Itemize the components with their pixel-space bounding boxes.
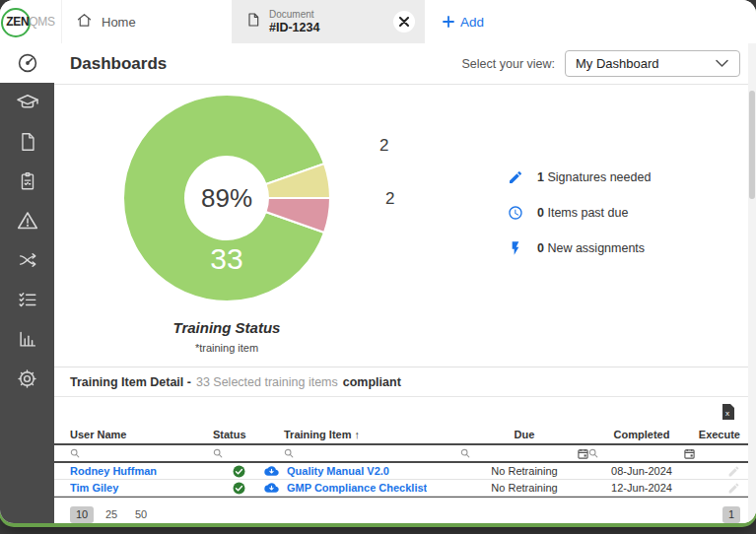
page-header: Dashboards Select your view: My Dashboar… bbox=[54, 43, 756, 85]
export-excel-button[interactable]: x bbox=[719, 402, 738, 422]
page-size-10[interactable]: 10 bbox=[70, 506, 94, 523]
execute-cell bbox=[695, 465, 740, 478]
page-title: Dashboards bbox=[70, 54, 167, 74]
calendar-icon[interactable] bbox=[684, 448, 695, 459]
task-list-icon bbox=[17, 289, 38, 310]
scrollbar-thumb[interactable] bbox=[749, 91, 755, 199]
plus-icon bbox=[443, 16, 454, 28]
tab-home[interactable]: Home bbox=[62, 0, 232, 43]
execute-pencil-icon[interactable] bbox=[727, 465, 740, 478]
add-tab-button[interactable]: Add bbox=[425, 0, 502, 43]
due-cell: No Retraining bbox=[460, 465, 588, 477]
document-tab-kicker: Document bbox=[269, 9, 319, 21]
sidebar-item-dashboards[interactable] bbox=[0, 43, 54, 83]
column-header-due[interactable]: Due bbox=[460, 429, 588, 440]
sort-ascending-icon: ↑ bbox=[355, 429, 361, 440]
top-bar: ZEN QMS Home Document #ID-1234 bbox=[0, 0, 756, 44]
training-item-detail-section: Training Item Detail - 33 Selected train… bbox=[54, 367, 756, 523]
tab-document[interactable]: Document #ID-1234 bbox=[232, 0, 425, 43]
filter-due[interactable] bbox=[460, 448, 588, 459]
status-cell bbox=[213, 465, 264, 478]
stat-count: 0 bbox=[537, 241, 544, 255]
sidebar-item-checklists[interactable] bbox=[0, 162, 54, 201]
sidebar-item-settings[interactable] bbox=[0, 359, 54, 398]
search-icon bbox=[213, 448, 223, 458]
stat-new-assignments[interactable]: 0 New assignments bbox=[508, 240, 651, 256]
stat-count: 0 bbox=[537, 206, 544, 220]
completed-cell: 12-Jun-2024 bbox=[588, 482, 695, 494]
page-size-50[interactable]: 50 bbox=[129, 506, 153, 523]
sidebar-item-change-control[interactable] bbox=[0, 240, 54, 280]
completed-cell: 08-Jun-2024 bbox=[588, 465, 695, 477]
current-page-indicator: 1 bbox=[722, 506, 740, 523]
column-header-execute[interactable]: Execute bbox=[695, 429, 740, 440]
donut-yellow-value: 2 bbox=[379, 136, 388, 156]
execute-cell bbox=[695, 482, 740, 495]
training-status-chart-panel: 89% 33 2 2 Training Status *training ite… bbox=[54, 85, 756, 367]
svg-text:x: x bbox=[725, 408, 729, 417]
stat-label: Items past due bbox=[547, 206, 628, 220]
lightning-icon bbox=[508, 240, 523, 256]
table-filter-row bbox=[54, 445, 756, 463]
chevron-down-icon bbox=[715, 56, 729, 71]
training-status-donut[interactable] bbox=[113, 85, 340, 311]
table-row: Rodney Huffman Quality Manual V2.0 No Re… bbox=[54, 463, 756, 480]
document-icon bbox=[17, 131, 38, 153]
column-header-training-item[interactable]: Training Item ↑ bbox=[264, 429, 460, 440]
scrollbar-track[interactable] bbox=[748, 43, 756, 523]
clock-icon bbox=[508, 205, 523, 221]
stat-items-past-due[interactable]: 0 Items past due bbox=[508, 205, 651, 221]
detail-heading: Training Item Detail - 33 Selected train… bbox=[54, 367, 756, 397]
home-icon bbox=[76, 12, 93, 32]
graduation-cap-icon bbox=[16, 91, 39, 114]
filter-training-item[interactable] bbox=[264, 448, 460, 458]
calendar-icon[interactable] bbox=[578, 448, 588, 459]
search-icon bbox=[284, 448, 294, 458]
export-file-icon: x bbox=[722, 404, 735, 420]
detail-status-text: compliant bbox=[343, 375, 401, 389]
chart-footnote: *training item bbox=[113, 342, 340, 354]
add-button-label: Add bbox=[460, 15, 484, 30]
cloud-download-icon[interactable] bbox=[264, 482, 279, 494]
pagination-bar: 10 25 50 1 bbox=[54, 498, 756, 523]
training-item-link[interactable]: Quality Manual V2.0 bbox=[287, 465, 389, 477]
column-header-completed[interactable]: Completed bbox=[588, 429, 695, 440]
stat-signatures-needed[interactable]: 1 Signatures needed bbox=[508, 169, 651, 185]
chart-title: Training Status bbox=[113, 319, 340, 336]
check-circle-icon bbox=[233, 482, 245, 495]
user-name-link[interactable]: Rodney Huffman bbox=[70, 465, 213, 477]
filter-completed[interactable] bbox=[588, 448, 695, 459]
execute-pencil-icon[interactable] bbox=[727, 482, 740, 495]
gear-icon bbox=[16, 367, 38, 390]
view-selector-dropdown[interactable]: My Dashboard bbox=[565, 50, 740, 77]
sidebar-item-tasks[interactable] bbox=[0, 280, 54, 319]
detail-title: Training Item Detail - bbox=[70, 375, 191, 389]
sidebar-item-reports[interactable] bbox=[0, 319, 54, 359]
logo-text-qms: QMS bbox=[29, 15, 54, 29]
cloud-download-icon[interactable] bbox=[264, 465, 279, 477]
sidebar-item-documents[interactable] bbox=[0, 122, 54, 162]
training-item-link[interactable]: GMP Compliance Checklist bbox=[287, 482, 427, 494]
user-name-link[interactable]: Tim Giley bbox=[70, 482, 213, 494]
close-tab-button[interactable] bbox=[393, 11, 415, 33]
clipboard-check-icon bbox=[17, 170, 38, 192]
column-header-status[interactable]: Status bbox=[213, 429, 264, 440]
desktop-background: ZEN QMS Home Document #ID-1234 bbox=[0, 0, 756, 534]
due-cell: No Retraining bbox=[460, 482, 588, 494]
sidebar-item-issues[interactable] bbox=[0, 201, 54, 240]
stats-list: 1 Signatures needed 0 Items past due 0 N… bbox=[508, 169, 651, 256]
pencil-icon bbox=[508, 169, 523, 185]
detail-count-text: 33 Selected training items bbox=[196, 375, 338, 389]
sidebar-item-training[interactable] bbox=[0, 83, 54, 122]
file-icon bbox=[245, 11, 261, 33]
zenqms-logo[interactable]: ZEN QMS bbox=[0, 0, 62, 43]
column-header-user-name[interactable]: User Name bbox=[70, 429, 213, 440]
document-tab-id: #ID-1234 bbox=[269, 21, 319, 34]
page-size-25[interactable]: 25 bbox=[100, 506, 123, 523]
filter-user-name[interactable] bbox=[70, 448, 213, 458]
search-icon bbox=[588, 448, 598, 458]
logo-text-zen: ZEN bbox=[6, 15, 29, 29]
gauge-icon bbox=[16, 51, 39, 75]
filter-status[interactable] bbox=[213, 448, 264, 458]
view-selector-value: My Dashboard bbox=[576, 56, 659, 71]
